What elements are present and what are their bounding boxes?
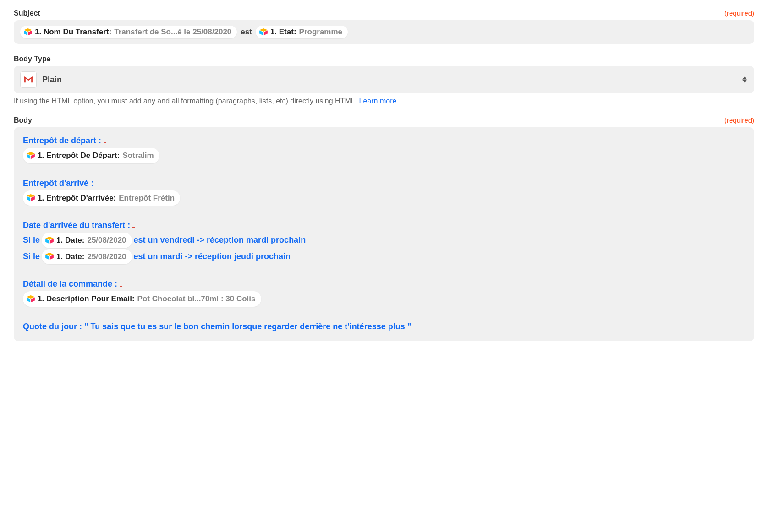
pill-label: 1. Nom Du Transfert: — [35, 27, 111, 37]
airtable-icon — [27, 152, 35, 159]
body-input[interactable]: Entrepôt de départ : 1. Entrepôt De Dépa… — [14, 127, 754, 341]
text-rule-vendredi: est un vendredi -> réception mardi proch… — [134, 234, 306, 246]
bodytype-select[interactable]: Plain — [14, 66, 754, 93]
text-rule-mardi: est un mardi -> réception jeudi prochain — [134, 250, 291, 263]
body-line-depart-pill: 1. Entrepôt De Départ: Sotralim — [23, 148, 745, 163]
text-si-le-2: Si le — [23, 250, 40, 263]
subject-required: (required) — [724, 9, 754, 17]
body-line-arrive-pill: 1. Entrepôt D'arrivée: Entrepôt Frétin — [23, 190, 745, 206]
pill-value: Sotralim — [122, 150, 154, 162]
pill-entrepot-arrive[interactable]: 1. Entrepôt D'arrivée: Entrepôt Frétin — [23, 190, 180, 206]
airtable-icon — [259, 28, 268, 36]
select-caret-icon — [742, 77, 747, 83]
spellcheck-mark — [120, 286, 122, 287]
airtable-icon — [27, 295, 35, 303]
pill-entrepot-depart[interactable]: 1. Entrepôt De Départ: Sotralim — [23, 148, 159, 163]
body-heading-detail: Détail de la commande : — [23, 278, 745, 290]
body-heading-depart: Entrepôt de départ : — [23, 135, 745, 147]
body-line-detail-pill: 1. Description Pour Email: Pot Chocolat … — [23, 291, 745, 307]
subject-text-est: est — [240, 27, 253, 37]
subject-pill-etat[interactable]: 1. Etat: Programme — [256, 26, 348, 38]
text-si-le-1: Si le — [23, 234, 40, 246]
airtable-icon — [24, 28, 32, 36]
subject-label: Subject — [14, 9, 40, 17]
learn-more-link[interactable]: Learn more. — [359, 97, 399, 105]
body-required: (required) — [724, 116, 754, 124]
bodytype-label: Body Type — [14, 55, 51, 63]
help-text-content: If using the HTML option, you must add a… — [14, 97, 359, 105]
body-label: Body — [14, 116, 32, 125]
pill-value: Transfert de So...é le 25/08/2020 — [114, 27, 231, 37]
subject-section: Subject (required) 1. Nom Du Transfert: … — [14, 9, 754, 44]
body-line-date-rule1: Si le 1. Date: 25/08/2020 est un vendred… — [23, 233, 745, 248]
pill-value: Entrepôt Frétin — [119, 192, 175, 204]
pill-label: 1. Entrepôt D'arrivée: — [38, 192, 116, 204]
spellcheck-mark — [104, 142, 106, 143]
pill-label: 1. Entrepôt De Départ: — [38, 150, 120, 162]
pill-label: 1. Date: — [56, 251, 84, 263]
spellcheck-mark — [132, 227, 135, 228]
bodytype-help: If using the HTML option, you must add a… — [14, 97, 754, 105]
body-section: Body (required) Entrepôt de départ : 1. … — [14, 116, 754, 341]
pill-value: 25/08/2020 — [87, 234, 126, 246]
body-line-date-rule2: Si le 1. Date: 25/08/2020 est un mardi -… — [23, 249, 745, 265]
gmail-icon — [20, 71, 37, 88]
subject-input[interactable]: 1. Nom Du Transfert: Transfert de So...é… — [14, 20, 754, 44]
body-heading-date: Date d'arrivée du transfert : — [23, 219, 745, 232]
subject-header: Subject (required) — [14, 9, 754, 17]
spellcheck-mark — [96, 185, 99, 185]
gmail-icon-svg — [23, 76, 33, 83]
body-heading-arrive: Entrepôt d'arrivé : — [23, 177, 745, 190]
airtable-icon — [45, 253, 54, 260]
body-header: Body (required) — [14, 116, 754, 125]
pill-label: 1. Description Pour Email: — [38, 293, 135, 305]
pill-date-2[interactable]: 1. Date: 25/08/2020 — [42, 249, 132, 265]
bodytype-header: Body Type — [14, 55, 754, 63]
pill-date-1[interactable]: 1. Date: 25/08/2020 — [42, 233, 132, 248]
pill-value: Pot Chocolat bl...70ml : 30 Colis — [137, 293, 256, 305]
pill-description[interactable]: 1. Description Pour Email: Pot Chocolat … — [23, 291, 261, 307]
airtable-icon — [45, 237, 54, 244]
airtable-icon — [27, 194, 35, 201]
bodytype-section: Body Type Plain If using the HTML option… — [14, 55, 754, 105]
pill-label: 1. Date: — [56, 234, 84, 246]
pill-value: 25/08/2020 — [87, 251, 126, 263]
bodytype-value: Plain — [42, 75, 62, 85]
body-quote: Quote du jour : " Tu sais que tu es sur … — [23, 320, 745, 333]
subject-pill-transfer[interactable]: 1. Nom Du Transfert: Transfert de So...é… — [20, 26, 237, 38]
pill-value: Programme — [299, 27, 342, 37]
pill-label: 1. Etat: — [270, 27, 296, 37]
